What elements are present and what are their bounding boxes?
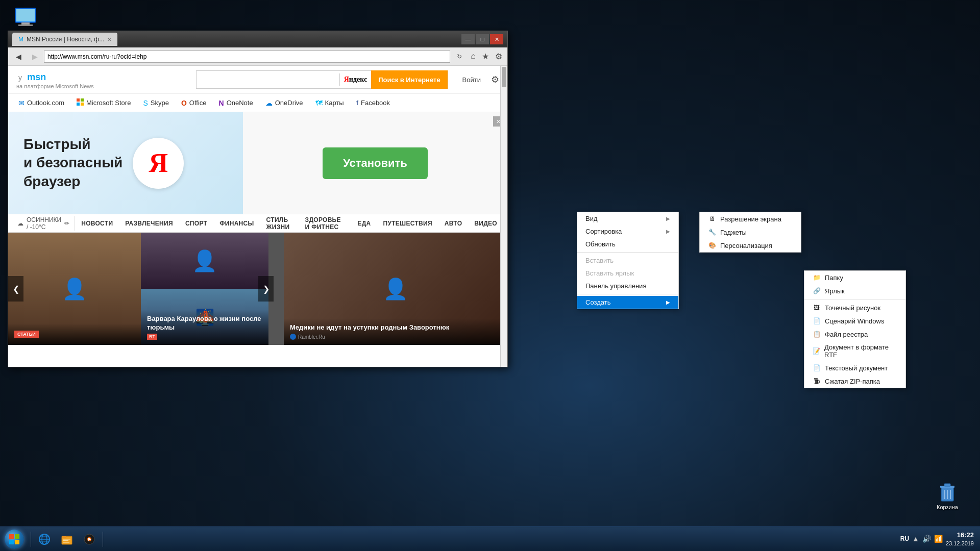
nav-item-karty[interactable]: 🗺 Карты bbox=[309, 94, 350, 112]
svg-rect-2 bbox=[21, 22, 30, 24]
menu-vid-label: Вид bbox=[585, 215, 598, 222]
skype-icon: S bbox=[143, 99, 148, 107]
nav-item-store[interactable]: Microsoft Store bbox=[70, 94, 137, 112]
cat-video[interactable]: ВИДЕО bbox=[468, 214, 503, 233]
menu-create-label: Создать bbox=[585, 298, 610, 306]
address-bar[interactable] bbox=[44, 51, 450, 63]
context-menu-main: Вид ▶ Сортировка ▶ Обновить Вставить Вст… bbox=[577, 212, 679, 309]
create-rtf[interactable]: 📝 Документ в формате RTF bbox=[804, 341, 905, 361]
browser-scrollbar[interactable] bbox=[500, 66, 507, 367]
create-text[interactable]: 📄 Текстовый документ bbox=[804, 361, 905, 374]
svg-rect-6 bbox=[77, 103, 80, 106]
forward-btn[interactable]: ▶ bbox=[28, 49, 42, 64]
karty-icon: 🗺 bbox=[315, 99, 323, 107]
close-btn[interactable]: ✕ bbox=[490, 34, 503, 44]
svg-rect-24 bbox=[62, 536, 66, 538]
msn-platform-text: на платформе Microsoft News bbox=[16, 83, 94, 89]
facebook-icon: f bbox=[356, 99, 358, 107]
taskbar-right: RU ▲ 🔊 📶 16:22 23.12.2019 bbox=[900, 531, 978, 548]
cat-finance[interactable]: ФИНАНСЫ bbox=[213, 214, 260, 233]
taskbar-explorer-icon[interactable] bbox=[56, 529, 78, 549]
maximize-btn[interactable]: □ bbox=[476, 34, 489, 44]
refresh-btn[interactable]: ↻ bbox=[452, 49, 467, 64]
tab-favicon: M bbox=[18, 36, 23, 43]
cat-entertainment[interactable]: РАЗВЛЕЧЕНИЯ bbox=[119, 214, 179, 233]
svg-rect-17 bbox=[15, 540, 19, 544]
create-folder[interactable]: 📁 Папку bbox=[804, 271, 905, 284]
taskbar-divider-2 bbox=[103, 532, 103, 547]
cat-news[interactable]: НОВОСТИ bbox=[75, 214, 119, 233]
svg-rect-10 bbox=[944, 484, 950, 486]
context-menu-create: 📁 Папку 🔗 Ярлык 🖼 Точечный рисунок 📄 Сце… bbox=[804, 270, 906, 388]
cat-lifestyle[interactable]: СТИЛЬ ЖИЗНИ bbox=[260, 214, 299, 233]
create-bitmap[interactable]: 🖼 Точечный рисунок bbox=[804, 301, 905, 314]
create-zip[interactable]: 🗜 Сжатая ZIP-папка bbox=[804, 374, 905, 388]
edit-icon[interactable]: ✏ bbox=[64, 220, 69, 227]
cat-sport[interactable]: СПОРТ bbox=[179, 214, 213, 233]
browser-tab[interactable]: M MSN Россия | Новости, ф... ✕ bbox=[12, 33, 117, 46]
nav-item-facebook[interactable]: f Facebook bbox=[350, 94, 396, 112]
nav-item-onedrive[interactable]: ☁ OneDrive bbox=[259, 94, 309, 112]
menu-item-create[interactable]: Создать ▶ bbox=[577, 296, 678, 309]
menu-gadgets[interactable]: 🔧 Гаджеты bbox=[700, 226, 801, 239]
taskbar-sys-icons: ▲ 🔊 📶 bbox=[912, 535, 943, 543]
cat-auto[interactable]: АВТО bbox=[438, 214, 468, 233]
volume-icon[interactable]: 🔊 bbox=[922, 535, 931, 543]
notification-icon[interactable]: ▲ bbox=[912, 535, 919, 543]
cat-food[interactable]: ЕДА bbox=[351, 214, 377, 233]
home-icon[interactable]: ⌂ bbox=[469, 51, 478, 62]
menu-item-refresh[interactable]: Обновить bbox=[577, 238, 678, 251]
create-text-content: 📄 Текстовый документ bbox=[813, 364, 888, 372]
news-next-btn[interactable]: ❯ bbox=[258, 276, 274, 302]
zip-icon: 🗜 bbox=[813, 377, 821, 385]
minimize-btn[interactable]: — bbox=[461, 34, 475, 44]
location-info[interactable]: ☁ ОСИННИКИ / -10°С ✏ bbox=[12, 216, 75, 231]
menu-paste-shortcut-label: Вставить ярлык bbox=[585, 269, 634, 277]
article-1[interactable]: 👤 СТАТЬИ bbox=[8, 233, 141, 345]
taskbar: RU ▲ 🔊 📶 16:22 23.12.2019 bbox=[0, 527, 980, 551]
install-button[interactable]: Установить bbox=[323, 147, 428, 179]
back-btn[interactable]: ◀ bbox=[11, 49, 26, 64]
tab-close-btn[interactable]: ✕ bbox=[107, 37, 111, 42]
network-icon[interactable]: 📶 bbox=[934, 535, 943, 543]
tools-icon[interactable]: ⚙ bbox=[493, 51, 504, 62]
start-button[interactable] bbox=[2, 529, 27, 549]
nav-item-onedrive-label: OneDrive bbox=[275, 99, 303, 107]
msn-settings-icon[interactable]: ⚙ bbox=[491, 74, 499, 85]
menu-resolution[interactable]: 🖥 Разрешение экрана bbox=[700, 212, 801, 226]
favorites-icon[interactable]: ★ bbox=[480, 51, 491, 62]
menu-item-control-panel[interactable]: Панель управления bbox=[577, 280, 678, 292]
nav-item-onenote[interactable]: N OneNote bbox=[213, 94, 259, 112]
nav-item-skype[interactable]: S Skype bbox=[137, 94, 175, 112]
scrollbar-thumb[interactable] bbox=[502, 67, 506, 87]
taskbar-media-icon[interactable] bbox=[78, 529, 101, 549]
article-4[interactable]: 👤 Медики не идут на уступки родным Завор… bbox=[284, 233, 507, 345]
menu-sep-1 bbox=[577, 252, 678, 253]
nav-item-office[interactable]: O Office bbox=[175, 94, 213, 112]
article-2[interactable]: 👤 🌉 Варвара Караулова о жизни после тюрь… bbox=[141, 233, 268, 345]
search-button[interactable]: Поиск в Интернете bbox=[371, 70, 447, 89]
taskbar-ie-icon[interactable] bbox=[33, 529, 56, 549]
create-wscript[interactable]: 📄 Сценарий Windows bbox=[804, 314, 905, 328]
category-nav: ☁ ОСИННИКИ / -10°С ✏ НОВОСТИ РАЗВЛЕЧЕНИЯ… bbox=[8, 214, 507, 233]
news-prev-btn[interactable]: ❮ bbox=[8, 276, 23, 302]
cat-travel[interactable]: ПУТЕШЕСТВИЯ bbox=[377, 214, 438, 233]
shortcut-icon: 🔗 bbox=[813, 287, 821, 295]
office-icon: O bbox=[181, 99, 187, 107]
menu-item-vid[interactable]: Вид ▶ bbox=[577, 212, 678, 225]
browser-content: y msn на платформе Microsoft News Яндекс… bbox=[8, 66, 507, 367]
create-sep-1 bbox=[804, 299, 905, 299]
msn-logo: y msn bbox=[16, 70, 94, 83]
taskbar-clock[interactable]: 16:22 23.12.2019 bbox=[946, 531, 974, 548]
cat-health[interactable]: ЗДОРОВЬЕ И ФИТНЕС bbox=[299, 214, 352, 233]
nav-item-outlook[interactable]: ✉ Outlook.com bbox=[12, 94, 70, 112]
nav-item-skype-label: Skype bbox=[151, 99, 169, 107]
create-shortcut[interactable]: 🔗 Ярлык bbox=[804, 284, 905, 297]
create-registry[interactable]: 📋 Файл реестра bbox=[804, 328, 905, 341]
menu-item-sort[interactable]: Сортировка ▶ bbox=[577, 225, 678, 238]
menu-gadgets-content: 🔧 Гаджеты bbox=[708, 228, 747, 236]
menu-personalization[interactable]: 🎨 Персонализация bbox=[700, 239, 801, 252]
msn-search-input[interactable] bbox=[197, 71, 339, 88]
recycle-bin-icon[interactable]: Корзина bbox=[935, 480, 960, 510]
login-btn[interactable]: Войти bbox=[462, 76, 481, 84]
